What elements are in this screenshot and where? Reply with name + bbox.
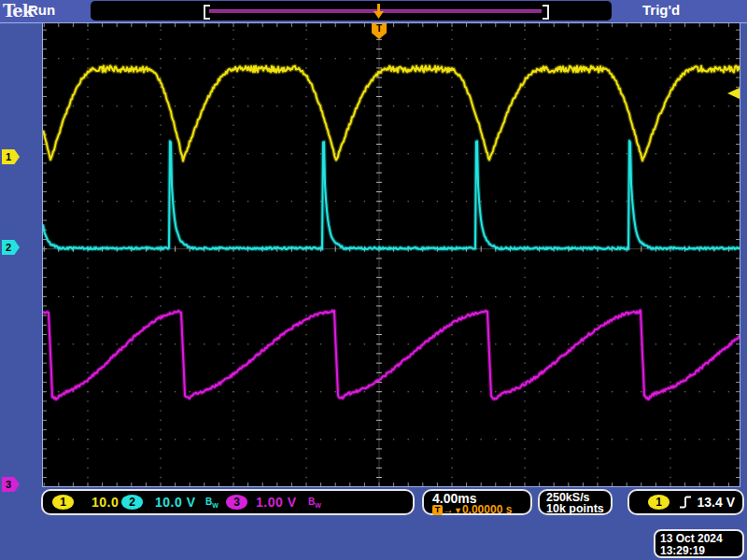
time-label: 13:29:19: [660, 544, 705, 557]
channel-3-badge: 3: [226, 495, 247, 510]
waveform-record-view[interactable]: [91, 1, 612, 21]
window-bracket-right-icon: [543, 5, 549, 20]
horizontal-position: T→▼0.00000 s: [432, 503, 512, 516]
date-label: 13 Oct 2024: [660, 532, 723, 545]
channel-3-readout[interactable]: 3 1.00 V BW: [222, 491, 362, 513]
top-status-bar: Tek Run Trig'd: [0, 0, 747, 23]
channel-2-readout[interactable]: 2 10.0 V BW: [118, 491, 220, 513]
datetime-box: 13 Oct 2024 13:29:19: [654, 529, 744, 558]
channel-1-badge: 1: [52, 495, 74, 510]
channel-1-position-marker[interactable]: 1: [2, 149, 20, 164]
channel-3-scale: 1.00 V: [256, 495, 296, 510]
bandwidth-limit-icon: BW: [205, 497, 218, 509]
channel-2-position-marker[interactable]: 2: [2, 240, 20, 255]
channel-2-scale: 10.0 V: [155, 495, 195, 510]
graticule-area: T: [43, 23, 740, 486]
trigger-position-arrow-icon: [373, 2, 385, 20]
bandwidth-limit-icon: BW: [308, 497, 321, 509]
trigger-t-icon: T: [432, 505, 443, 515]
trigger-readout-box[interactable]: 1 13.4 V: [627, 489, 744, 515]
oscilloscope-screen: Tek Run Trig'd T 1 2 3 1 10.0 V 2 10.0 V: [0, 0, 747, 560]
waveform-canvas: [43, 23, 740, 486]
window-bracket-left-icon: [204, 5, 210, 20]
trigger-level: 13.4 V: [698, 495, 735, 510]
acquisition-readout-box[interactable]: 250kS/s 10k points: [538, 489, 613, 515]
record-length: 10k points: [546, 502, 604, 515]
acquisition-status: Run: [28, 2, 55, 18]
rising-edge-slope-icon: [678, 495, 693, 510]
trigger-status: Trig'd: [642, 2, 680, 18]
channel-readouts-box: 1 10.0 V 2 10.0 V BW 3 1.00 V BW: [41, 489, 415, 515]
horizontal-readout-box[interactable]: 4.00ms T→▼0.00000 s: [422, 489, 532, 515]
channel-2-badge: 2: [121, 495, 143, 510]
channel-3-position-marker[interactable]: 3: [2, 477, 20, 492]
trigger-source-badge: 1: [648, 495, 669, 510]
